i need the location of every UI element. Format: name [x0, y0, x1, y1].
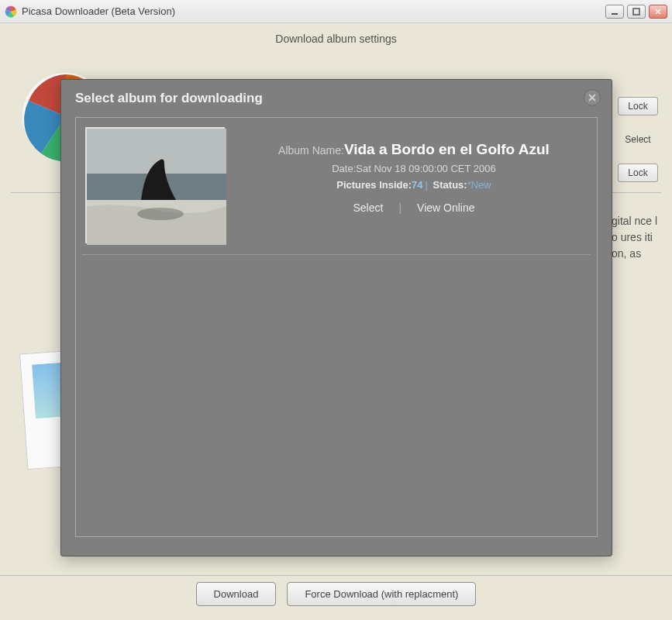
album-info: Album Name:Vida a Bordo en el Golfo Azul… [240, 127, 588, 243]
album-select-modal: Select album for downloading Album Name:… [60, 79, 612, 556]
album-thumbnail [85, 127, 225, 243]
album-date-label: Date: [332, 163, 356, 174]
album-select-link[interactable]: Select [353, 202, 383, 214]
close-icon [588, 93, 597, 102]
svg-point-11 [137, 208, 184, 220]
action-divider: | [398, 202, 401, 214]
album-name: Vida a Bordo en el Golfo Azul [344, 141, 550, 157]
modal-title: Select album for downloading [75, 91, 598, 106]
modal-close-button[interactable] [584, 89, 601, 106]
pictures-count: 74 [412, 179, 422, 191]
album-name-label: Album Name: [278, 144, 344, 157]
modal-body: Album Name:Vida a Bordo en el Golfo Azul… [75, 117, 598, 537]
album-view-online-link[interactable]: View Online [417, 202, 474, 214]
album-card: Album Name:Vida a Bordo en el Golfo Azul… [82, 124, 591, 255]
album-date: Sat Nov 18 09:00:00 CET 2006 [356, 163, 495, 174]
pictures-label: Pictures Inside: [336, 179, 412, 191]
status-value: *New [467, 179, 491, 191]
status-label: Status: [433, 179, 467, 191]
